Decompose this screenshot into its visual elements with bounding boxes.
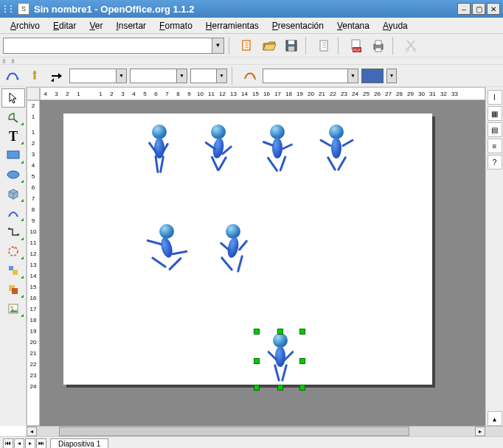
scroll-thumb[interactable] bbox=[59, 427, 409, 436]
canvas[interactable] bbox=[40, 100, 485, 426]
svg-rect-17 bbox=[8, 228, 10, 230]
svg-point-25 bbox=[10, 306, 13, 309]
fill-color-dropdown[interactable]: ▼ bbox=[386, 69, 397, 83]
scrollbar-horizontal[interactable]: ◂ ▸ bbox=[27, 426, 503, 436]
figure-2[interactable] bbox=[196, 125, 240, 183]
main-toolbar: ▼ PDF bbox=[0, 34, 503, 57]
effects-tool[interactable] bbox=[1, 242, 25, 261]
menu-ayuda[interactable]: Ayuda bbox=[377, 19, 414, 32]
tab-first-button[interactable]: ⏮ bbox=[3, 438, 13, 449]
tabstrip: ⏮ ◂ ▸ ⏭ Diapositiva 1 bbox=[0, 436, 503, 448]
select-tool[interactable] bbox=[1, 88, 25, 108]
sel-handle-sw[interactable] bbox=[254, 385, 260, 391]
sel-handle-w[interactable] bbox=[254, 358, 260, 364]
separator bbox=[305, 37, 310, 55]
workspace: 4321123456789101112131415161718192021222… bbox=[27, 87, 485, 426]
sel-handle-se[interactable] bbox=[299, 385, 305, 391]
maximize-button[interactable]: ▢ bbox=[472, 3, 485, 15]
3d-tool[interactable] bbox=[1, 184, 25, 203]
help-icon[interactable]: ? bbox=[488, 155, 502, 169]
tab-last-button[interactable]: ⏭ bbox=[36, 438, 46, 449]
figure-6[interactable] bbox=[211, 224, 255, 283]
fill-color-box[interactable] bbox=[361, 69, 384, 83]
menu-presentacion[interactable]: Presentación bbox=[266, 19, 330, 32]
fill-style-combo[interactable]: ▼ bbox=[263, 69, 358, 83]
layout-icon[interactable]: ▦ bbox=[488, 106, 502, 121]
menu-formato[interactable]: Formato bbox=[153, 19, 198, 32]
menu-archivo[interactable]: Archivo bbox=[4, 19, 46, 32]
main-area: T 43211234567891011121314151617181920212… bbox=[0, 87, 503, 426]
svg-rect-18 bbox=[17, 234, 19, 236]
sel-handle-nw[interactable] bbox=[254, 329, 260, 335]
sel-handle-n[interactable] bbox=[277, 329, 283, 335]
line-style-combo[interactable]: ▼ bbox=[69, 69, 127, 83]
figure-5[interactable] bbox=[145, 224, 189, 283]
separator bbox=[229, 37, 233, 55]
titlebar-drag-handle[interactable] bbox=[3, 4, 13, 14]
url-input[interactable] bbox=[4, 38, 212, 53]
menubar: Archivo Editar Ver Insertar Formato Herr… bbox=[0, 18, 503, 34]
scroll-left-button[interactable]: ◂ bbox=[27, 427, 37, 436]
tab-slide-1[interactable]: Diapositiva 1 bbox=[50, 438, 108, 449]
svg-rect-2 bbox=[288, 41, 294, 44]
save-button[interactable] bbox=[282, 36, 301, 55]
ruler-horizontal[interactable]: 4321123456789101112131415161718192021222… bbox=[40, 87, 485, 100]
figure-3[interactable] bbox=[255, 125, 299, 183]
url-combo[interactable]: ▼ bbox=[3, 38, 224, 54]
align-tool[interactable] bbox=[1, 261, 25, 280]
sel-handle-e[interactable] bbox=[299, 358, 305, 364]
scroll-right-button[interactable]: ▸ bbox=[475, 427, 485, 436]
open-button[interactable] bbox=[260, 36, 279, 55]
menu-herramientas[interactable]: Herramientas bbox=[200, 19, 265, 32]
ellipse-tool[interactable] bbox=[1, 165, 25, 184]
menu-insertar[interactable]: Insertar bbox=[110, 19, 152, 32]
arrange-tool[interactable] bbox=[1, 280, 25, 299]
figure-selected[interactable] bbox=[258, 333, 302, 392]
slide[interactable] bbox=[63, 113, 432, 385]
svg-rect-23 bbox=[12, 288, 18, 294]
menu-ventana[interactable]: Ventana bbox=[331, 19, 375, 32]
url-dropdown-button[interactable]: ▼ bbox=[212, 38, 223, 53]
toolbar-grip-row bbox=[0, 57, 503, 65]
fill-curve-icon[interactable] bbox=[240, 66, 260, 85]
svg-point-14 bbox=[17, 77, 19, 80]
connector-tool[interactable] bbox=[1, 223, 25, 242]
right-panel: I ▦ ▤ ≡ ? ▴ bbox=[485, 87, 503, 426]
line-curve-icon[interactable] bbox=[3, 66, 22, 85]
figure-4[interactable] bbox=[314, 125, 358, 183]
sel-handle-s[interactable] bbox=[277, 385, 283, 391]
line-width-combo[interactable]: ▼ bbox=[130, 69, 187, 83]
text-tool[interactable]: T bbox=[1, 127, 25, 146]
separator bbox=[338, 37, 342, 55]
grid-icon[interactable]: ▤ bbox=[488, 122, 502, 137]
sel-handle-ne[interactable] bbox=[299, 329, 305, 335]
svg-text:PDF: PDF bbox=[353, 48, 361, 52]
figure-1[interactable] bbox=[137, 125, 181, 183]
rectangle-tool[interactable] bbox=[1, 146, 25, 165]
curve-tool[interactable] bbox=[1, 203, 25, 223]
cut-button[interactable] bbox=[401, 36, 420, 55]
ruler-vertical[interactable]: 2112345678910111213141516171819202122232… bbox=[27, 100, 40, 426]
toolbar-grip[interactable] bbox=[3, 59, 6, 63]
edit-file-button[interactable] bbox=[237, 36, 257, 55]
arrow-pen-icon[interactable] bbox=[25, 66, 44, 85]
toolbar-grip[interactable] bbox=[12, 59, 15, 63]
tab-prev-button[interactable]: ◂ bbox=[14, 438, 24, 449]
menu-editar[interactable]: Editar bbox=[47, 19, 82, 32]
tab-next-button[interactable]: ▸ bbox=[25, 438, 35, 449]
svg-rect-9 bbox=[375, 41, 381, 45]
insert-tool[interactable] bbox=[1, 299, 25, 318]
text-cursor-icon[interactable]: I bbox=[488, 90, 502, 105]
zoom-tool[interactable] bbox=[1, 108, 25, 127]
line-color-combo[interactable]: ▼ bbox=[190, 69, 227, 83]
outline-icon[interactable]: ≡ bbox=[488, 139, 502, 153]
new-doc-button[interactable] bbox=[314, 36, 333, 55]
app-icon[interactable]: S bbox=[18, 3, 30, 15]
export-pdf-button[interactable]: PDF bbox=[347, 36, 366, 55]
minimize-button[interactable]: – bbox=[457, 3, 471, 15]
arrow-style-icon[interactable] bbox=[47, 66, 66, 85]
close-button[interactable]: ✕ bbox=[487, 3, 500, 15]
scroll-up-icon[interactable]: ▴ bbox=[488, 411, 502, 426]
print-button[interactable] bbox=[369, 36, 388, 55]
menu-ver[interactable]: Ver bbox=[83, 19, 108, 32]
